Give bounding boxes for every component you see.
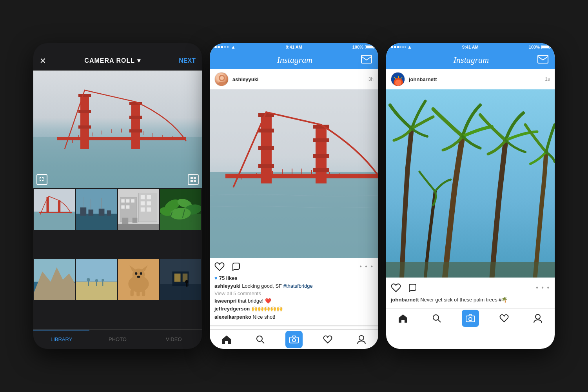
caption-john-username[interactable]: johnbarnett bbox=[391, 297, 419, 303]
svg-rect-50 bbox=[147, 201, 151, 206]
svg-rect-3 bbox=[78, 94, 91, 97]
grid-cell-2[interactable] bbox=[76, 189, 117, 230]
nav-profile-3[interactable] bbox=[529, 310, 546, 327]
nav-profile-2[interactable] bbox=[353, 331, 370, 348]
instagram-nav-3 bbox=[386, 308, 555, 328]
svg-rect-88 bbox=[174, 274, 181, 282]
post-actions-ashley: • • • bbox=[210, 258, 378, 275]
instagram-nav-2 bbox=[210, 329, 378, 349]
more-options[interactable]: • • • bbox=[359, 263, 374, 270]
avatar-ashley[interactable] bbox=[214, 72, 229, 86]
svg-rect-21 bbox=[191, 177, 193, 179]
svg-rect-24 bbox=[194, 180, 196, 182]
post-header-john: johnbarnett 1s bbox=[386, 69, 555, 89]
nav-camera-3[interactable] bbox=[462, 310, 479, 327]
nav-heart-2[interactable] bbox=[319, 331, 336, 348]
view-comments-link[interactable]: View all 5 comments bbox=[214, 290, 374, 296]
svg-rect-102 bbox=[258, 164, 274, 168]
inbox-icon-3[interactable] bbox=[537, 55, 548, 65]
camera-status-bar bbox=[33, 43, 202, 51]
time-display-3: 9:41 AM bbox=[462, 45, 479, 49]
grid-cell-4[interactable] bbox=[160, 189, 201, 230]
action-buttons-john bbox=[391, 283, 417, 293]
preview-controls bbox=[36, 174, 199, 185]
heart-icon-filled: ♥ bbox=[214, 275, 218, 281]
like-button[interactable] bbox=[214, 261, 225, 272]
svg-rect-49 bbox=[141, 201, 145, 206]
svg-rect-34 bbox=[99, 209, 105, 216]
svg-rect-6 bbox=[131, 102, 140, 149]
layout-icon[interactable] bbox=[188, 174, 199, 185]
grid-cell-6[interactable] bbox=[76, 259, 117, 300]
camera-roll-title: CAMERA ROLL bbox=[84, 57, 135, 64]
status-right-2: 100% bbox=[352, 45, 374, 49]
svg-point-151 bbox=[535, 314, 540, 319]
dot-1 bbox=[214, 46, 217, 48]
more-options-john[interactable]: • • • bbox=[536, 284, 550, 291]
grid-cell-3[interactable] bbox=[118, 189, 159, 230]
nav-search-2[interactable] bbox=[252, 331, 269, 348]
status-left-3: ▲ bbox=[391, 44, 412, 50]
tab-video[interactable]: VIDEO bbox=[146, 330, 202, 349]
dot-3 bbox=[221, 46, 223, 48]
dot3-3 bbox=[397, 46, 399, 48]
avatar-john[interactable] bbox=[391, 72, 405, 86]
svg-rect-28 bbox=[58, 200, 60, 213]
tab-photo[interactable]: PHOTO bbox=[89, 330, 145, 349]
nav-home-3[interactable] bbox=[394, 310, 412, 327]
svg-rect-97 bbox=[210, 89, 378, 172]
battery-percent-3: 100% bbox=[529, 45, 540, 49]
comment-button-john[interactable] bbox=[407, 283, 417, 293]
next-button[interactable]: NEXT bbox=[179, 57, 196, 64]
commenter-kweenpri[interactable]: kweenpri bbox=[214, 298, 236, 304]
post-image-ashley bbox=[210, 89, 378, 258]
close-button[interactable]: ✕ bbox=[40, 56, 46, 65]
svg-point-79 bbox=[135, 272, 137, 275]
username-ashley[interactable]: ashleyyuki bbox=[232, 76, 259, 82]
svg-rect-146 bbox=[386, 262, 555, 278]
username-john[interactable]: johnbarnett bbox=[409, 76, 437, 82]
svg-rect-107 bbox=[313, 168, 329, 172]
post-user-john: johnbarnett bbox=[391, 72, 437, 86]
photo-grid bbox=[33, 188, 202, 329]
caption-hashtag[interactable]: #thatsfbridge bbox=[283, 283, 313, 289]
dropdown-icon[interactable]: ▾ bbox=[137, 57, 141, 64]
post-caption-john: johnbarnett Never get sick of these palm… bbox=[386, 296, 555, 308]
svg-point-71 bbox=[95, 279, 98, 282]
inbox-icon-2[interactable] bbox=[361, 55, 372, 65]
grid-cell-5[interactable] bbox=[34, 259, 75, 300]
nav-camera-2[interactable] bbox=[285, 331, 303, 348]
svg-rect-22 bbox=[194, 177, 196, 179]
caption-username[interactable]: ashleyyuki bbox=[214, 283, 241, 289]
status-right-3: 100% bbox=[529, 45, 550, 49]
commenter-jeffrey[interactable]: jeffreydgerson bbox=[214, 306, 250, 312]
battery-percent-2: 100% bbox=[352, 45, 363, 49]
nav-search-3[interactable] bbox=[428, 310, 445, 327]
svg-rect-101 bbox=[258, 146, 274, 150]
battery-fill-2 bbox=[366, 46, 373, 48]
svg-rect-4 bbox=[78, 110, 91, 113]
grid-cell-7[interactable] bbox=[118, 259, 159, 300]
svg-rect-2 bbox=[80, 94, 89, 149]
like-button-john[interactable] bbox=[391, 283, 401, 293]
svg-point-72 bbox=[102, 279, 104, 281]
nav-home-2[interactable] bbox=[218, 331, 235, 348]
svg-rect-5 bbox=[78, 125, 91, 129]
nav-heart-3[interactable] bbox=[495, 310, 513, 327]
tab-library[interactable]: LIBRARY bbox=[33, 330, 89, 349]
camera-preview-area bbox=[33, 71, 202, 188]
expand-icon[interactable] bbox=[36, 174, 47, 185]
svg-point-147 bbox=[433, 315, 439, 320]
grid-cell-8[interactable] bbox=[160, 259, 201, 300]
svg-rect-35 bbox=[107, 211, 111, 216]
grid-cell-1[interactable] bbox=[34, 189, 75, 230]
svg-point-78 bbox=[132, 269, 145, 281]
svg-rect-8 bbox=[129, 116, 142, 119]
svg-rect-91 bbox=[186, 283, 187, 287]
svg-rect-31 bbox=[76, 214, 117, 230]
commenter-alexei[interactable]: alexeikarpenko bbox=[214, 314, 251, 320]
post-actions-john: • • • bbox=[386, 279, 555, 296]
battery-icon-3 bbox=[541, 45, 550, 49]
dot3-2 bbox=[394, 46, 396, 48]
comment-button[interactable] bbox=[231, 261, 241, 272]
